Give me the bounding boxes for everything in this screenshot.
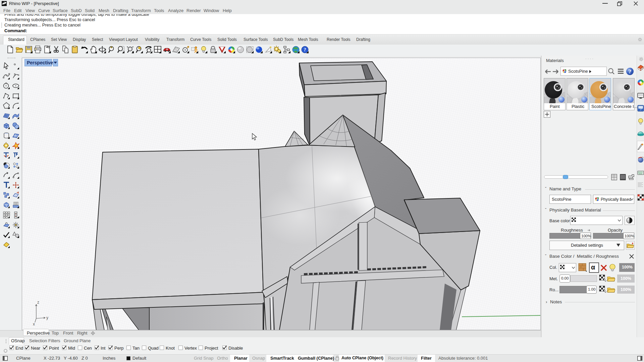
svg-text:?: ?: [629, 68, 632, 75]
svg-text:?: ?: [640, 108, 642, 111]
svg-text:z: z: [37, 300, 39, 305]
svg-text:?: ?: [304, 47, 306, 52]
svg-text:y: y: [46, 315, 48, 320]
svg-text:x: x: [33, 322, 35, 326]
